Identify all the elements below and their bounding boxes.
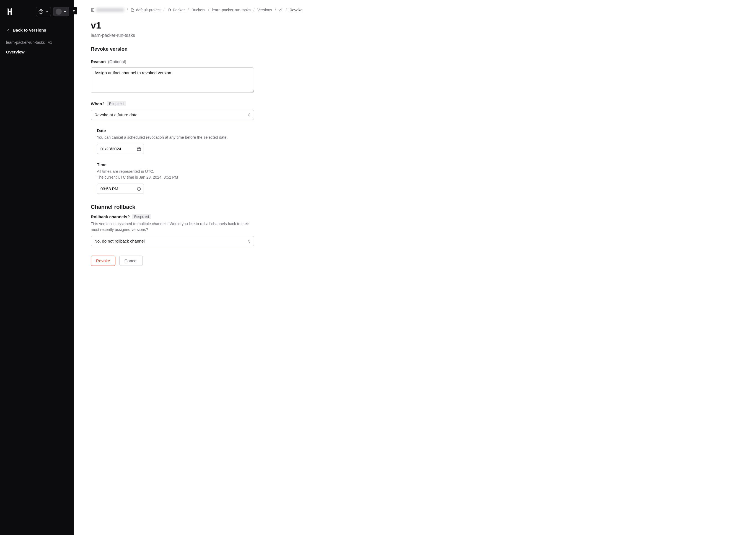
time-help-line1: All times are represented in UTC.: [97, 169, 154, 174]
collapse-sidebar-button[interactable]: [71, 7, 77, 14]
breadcrumb-org[interactable]: [91, 8, 124, 12]
help-menu-button[interactable]: [36, 7, 51, 16]
required-badge: Required: [132, 214, 151, 219]
sidebar-top: [0, 0, 74, 18]
user-menu-button[interactable]: [53, 7, 69, 16]
time-help-line2: The current UTC time is Jan 23, 2024, 3:…: [97, 175, 178, 180]
date-help-text: You can cancel a scheduled revocation at…: [97, 135, 260, 140]
time-input[interactable]: [97, 183, 144, 194]
main-content: / default-project / Packer / Buckets / l…: [74, 0, 756, 535]
sidebar-item-overview[interactable]: Overview: [0, 47, 74, 56]
revoke-section-title: Revoke version: [91, 46, 740, 52]
breadcrumb-label: Packer: [173, 8, 185, 12]
breadcrumb-version[interactable]: v1: [279, 8, 283, 12]
action-buttons: Revoke Cancel: [91, 256, 740, 266]
back-link-label: Back to Versions: [13, 28, 46, 32]
top-button-group: [36, 7, 69, 16]
avatar: [56, 9, 62, 15]
breadcrumb-project[interactable]: default-project: [131, 8, 161, 12]
breadcrumb-packer[interactable]: Packer: [167, 8, 185, 12]
date-label: Date: [97, 128, 106, 133]
project-icon: [131, 8, 134, 12]
revoke-button[interactable]: Revoke: [91, 256, 115, 266]
page-subtitle: learn-packer-run-tasks: [91, 33, 740, 38]
breadcrumb-bucket-name[interactable]: learn-packer-run-tasks: [212, 8, 251, 12]
org-name-redacted: [96, 8, 124, 12]
time-label: Time: [97, 162, 107, 167]
breadcrumb-separator: /: [285, 8, 287, 12]
when-select[interactable]: Revoke at a future date: [91, 110, 254, 120]
back-to-versions-link[interactable]: Back to Versions: [0, 18, 74, 37]
breadcrumb-separator: /: [254, 8, 255, 12]
rollback-label: Rollback channels?: [91, 214, 130, 219]
reason-label: Reason: [91, 59, 106, 64]
chevron-left-icon: [6, 28, 10, 32]
breadcrumb-versions[interactable]: Versions: [257, 8, 272, 12]
cancel-button[interactable]: Cancel: [119, 256, 143, 266]
sidebar-item-label: Overview: [6, 49, 25, 54]
breadcrumb-separator: /: [188, 8, 189, 12]
when-field-group: When? Required Revoke at a future date: [91, 101, 254, 120]
reason-optional: (Optional): [108, 59, 126, 64]
sidebar-context: learn-packer-run-tasks v1: [0, 37, 74, 47]
time-help-text: All times are represented in UTC. The cu…: [97, 169, 260, 180]
date-field-group: Date You can cancel a scheduled revocati…: [97, 128, 260, 154]
sidebar: Back to Versions learn-packer-run-tasks …: [0, 0, 74, 535]
breadcrumb-revoke: Revoke: [289, 8, 303, 12]
breadcrumb-separator: /: [164, 8, 165, 12]
chevron-down-icon: [45, 10, 48, 13]
context-version: v1: [48, 40, 52, 44]
packer-icon: [167, 8, 171, 12]
rollback-field-group: Rollback channels? Required This version…: [91, 214, 254, 246]
time-field-group: Time All times are represented in UTC. T…: [97, 162, 260, 194]
breadcrumb: / default-project / Packer / Buckets / l…: [91, 8, 740, 12]
rollback-help-text: This version is assigned to multiple cha…: [91, 221, 254, 233]
chevron-down-icon: [63, 10, 67, 13]
reason-field-group: Reason (Optional) Assign artifact channe…: [91, 59, 254, 94]
breadcrumb-separator: /: [208, 8, 209, 12]
date-input[interactable]: [97, 144, 144, 154]
breadcrumb-buckets[interactable]: Buckets: [192, 8, 205, 12]
rollback-select[interactable]: No, do not rollback channel: [91, 236, 254, 246]
breadcrumb-label: default-project: [136, 8, 161, 12]
org-icon: [91, 8, 94, 12]
rollback-section-title: Channel rollback: [91, 204, 740, 210]
required-badge: Required: [107, 101, 126, 106]
hashicorp-logo[interactable]: [5, 7, 14, 16]
when-label: When?: [91, 101, 105, 106]
svg-point-1: [41, 13, 41, 13]
page-title: v1: [91, 20, 740, 31]
reason-textarea[interactable]: Assign artifact channel to revoked versi…: [91, 67, 254, 93]
breadcrumb-separator: /: [275, 8, 276, 12]
breadcrumb-separator: /: [127, 8, 128, 12]
context-bucket: learn-packer-run-tasks: [6, 40, 45, 44]
